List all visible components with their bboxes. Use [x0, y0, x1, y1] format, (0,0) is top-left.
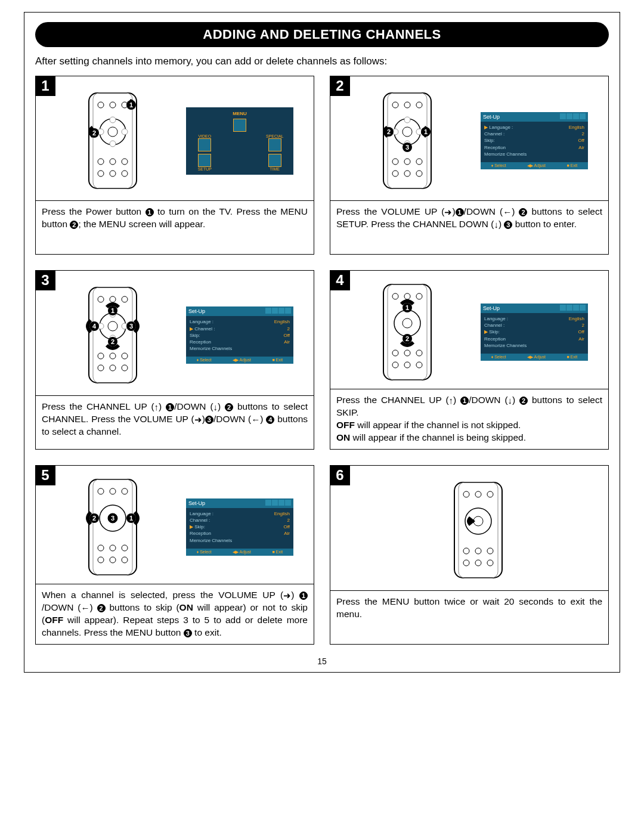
svg-text:2: 2: [111, 338, 114, 345]
step-number-badge: 1: [35, 76, 55, 96]
steps-grid: 1 1: [35, 76, 609, 645]
svg-point-96: [98, 557, 104, 563]
svg-point-50: [108, 321, 117, 331]
svg-point-115: [463, 560, 469, 566]
svg-point-55: [98, 353, 104, 359]
setup-osd: Set-Up Language :English Channel :2 Skip…: [481, 112, 588, 169]
svg-text:1: 1: [111, 307, 114, 314]
svg-point-59: [110, 365, 116, 371]
svg-text:2: 2: [387, 128, 391, 135]
svg-point-8: [110, 141, 116, 147]
menu-item: SETUP: [198, 167, 212, 171]
svg-point-35: [392, 171, 398, 176]
svg-text:2: 2: [92, 129, 96, 137]
svg-point-2: [98, 102, 104, 108]
setup-osd: Set-Up Language :English Channel :2 Skip…: [186, 498, 293, 556]
svg-point-108: [475, 491, 481, 497]
step-5: 5 1 2 3: [35, 465, 314, 645]
step-number-badge: 4: [330, 270, 350, 290]
svg-point-97: [110, 557, 116, 563]
svg-text:1: 1: [129, 515, 133, 522]
svg-point-90: [122, 488, 128, 494]
svg-point-80: [404, 362, 410, 368]
svg-point-33: [404, 159, 410, 165]
osd-title: Set-Up: [483, 114, 500, 120]
svg-point-10: [122, 129, 128, 135]
svg-point-58: [98, 365, 104, 371]
svg-text:1: 1: [405, 304, 409, 311]
svg-point-112: [463, 548, 469, 554]
svg-point-73: [416, 293, 422, 299]
osd-header-icons: [559, 113, 586, 120]
osd-icon: [233, 119, 246, 132]
svg-point-25: [416, 102, 422, 108]
svg-text:3: 3: [129, 323, 133, 330]
remote-illustration: 1 2 3 4: [74, 284, 151, 386]
remote-illustration: 1 2: [369, 281, 446, 383]
svg-text:3: 3: [111, 515, 114, 522]
section-title: ADDING AND DELETING CHANNELS: [35, 22, 609, 47]
svg-point-28: [404, 117, 410, 123]
svg-point-23: [392, 102, 398, 108]
svg-point-79: [392, 362, 398, 368]
intro-text: After setting channels into memory, you …: [35, 55, 609, 67]
svg-point-12: [110, 159, 116, 165]
menu-osd: MENU VIDEO SPECIAL SETUP TIME: [186, 107, 293, 175]
remote-illustration: 1 2 3: [74, 476, 151, 578]
svg-point-98: [122, 557, 128, 563]
svg-point-13: [122, 159, 128, 165]
svg-text:3: 3: [405, 144, 409, 151]
step-number-badge: 2: [330, 76, 350, 96]
svg-point-56: [110, 353, 116, 359]
svg-point-109: [487, 491, 493, 497]
step-number-badge: 3: [35, 270, 55, 290]
svg-point-116: [475, 560, 481, 566]
svg-point-7: [110, 117, 116, 123]
menu-osd-title: MENU: [233, 111, 247, 116]
step-5-caption: When a channel is selected, press the VO…: [36, 584, 314, 644]
svg-point-76: [392, 350, 398, 356]
svg-text:2: 2: [405, 335, 409, 342]
svg-point-32: [392, 159, 398, 165]
svg-point-89: [110, 488, 116, 494]
step-4-caption: Press the CHANNEL UP (↑) 1/DOWN (↓) 2 bu…: [330, 389, 608, 449]
svg-point-60: [122, 365, 128, 371]
svg-point-46: [98, 296, 104, 302]
page-outline: ADDING AND DELETING CHANNELS After setti…: [24, 12, 620, 673]
svg-point-72: [404, 293, 410, 299]
svg-point-27: [402, 127, 412, 137]
svg-point-37: [416, 171, 422, 176]
svg-point-81: [416, 362, 422, 368]
remote-illustration: 1 2 3: [369, 90, 446, 191]
step-2-caption: Press the VOLUME UP (➜)1/DOWN (←) 2 butt…: [330, 200, 608, 254]
svg-point-114: [487, 548, 493, 554]
svg-point-24: [404, 102, 410, 108]
svg-point-113: [475, 548, 481, 554]
svg-point-11: [98, 159, 104, 165]
menu-item: SPECIAL: [266, 134, 284, 138]
menu-item: VIDEO: [198, 134, 211, 138]
menu-item: TIME: [270, 167, 280, 171]
svg-point-88: [98, 488, 104, 494]
svg-point-117: [487, 560, 493, 566]
svg-point-6: [108, 127, 117, 137]
step-2: 2 1 2: [330, 76, 609, 255]
svg-text:1: 1: [424, 128, 428, 135]
svg-point-95: [122, 545, 128, 551]
svg-point-34: [416, 159, 422, 165]
svg-point-3: [110, 102, 116, 108]
svg-point-107: [463, 491, 469, 497]
svg-point-47: [110, 296, 116, 302]
svg-point-94: [110, 545, 116, 551]
step-6-caption: Press the MENU button twice or wait 20 s…: [330, 590, 608, 644]
step-3-caption: Press the CHANNEL UP (↑) 1/DOWN (↓) 2 bu…: [36, 395, 314, 449]
step-3: 3 1 2 3 4: [35, 270, 314, 450]
svg-point-75: [402, 318, 412, 328]
page-number: 15: [35, 657, 609, 666]
svg-point-16: [122, 171, 128, 176]
step-number-badge: 6: [330, 465, 350, 485]
svg-text:4: 4: [92, 323, 97, 330]
svg-point-14: [98, 171, 104, 176]
svg-point-77: [404, 350, 410, 356]
svg-point-71: [392, 293, 398, 299]
